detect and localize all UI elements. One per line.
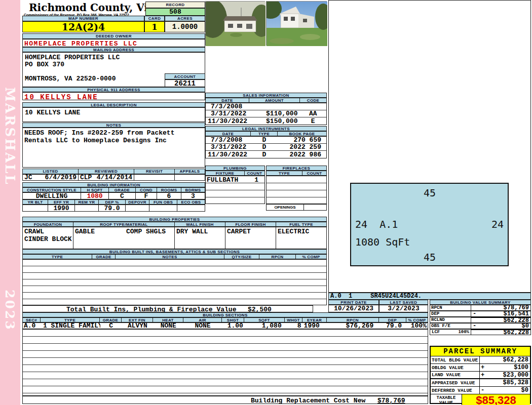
li-type-label: TYPE — [251, 131, 278, 136]
ps-value: $62,228 — [488, 356, 530, 363]
vendor-label: MARSHALL — [3, 87, 18, 186]
listed-cell: JC 6/4/2019 — [22, 174, 79, 181]
bs-grade-label: GRADE — [100, 317, 122, 322]
dep-pct-label: DEP % — [99, 199, 126, 205]
ps-label: OBLDG VALUE — [431, 364, 480, 371]
bvs-row-rpcn: RPCN $78,769 — [430, 305, 531, 311]
li-bookpage: 2022 259 — [278, 143, 326, 151]
openings-row: OPENINGS — [266, 204, 327, 211]
ps-value: $100 — [488, 364, 530, 371]
card-label: CARD — [144, 16, 165, 21]
legal-instrument-row: 3/31/2022 D 2022 259 — [206, 144, 326, 151]
bvs-value: $0 — [522, 323, 529, 329]
building-info-values2: 1990 79.0 — [22, 205, 205, 212]
legal-instruments-headers: DATE TYPE BOOK PAGE — [205, 131, 327, 136]
acres-value: 1.0000 — [165, 21, 205, 32]
bvs-value-cell: - $0 — [471, 323, 531, 329]
roof-value: GABLE COMP SHGLS — [73, 227, 175, 249]
deeded-owner-value: HOMEPLACE PROPERTIES LLC — [24, 40, 137, 48]
sketch-section-id: A.1 — [379, 218, 398, 230]
building-properties-title: BUILDING PROPERTIES — [22, 217, 327, 222]
bvs-value-cell: $62,228 — [471, 329, 531, 335]
foundation-value: CRAWL CINDER BLOCK — [22, 227, 73, 249]
legal-instruments-title: LEGAL INSTRUMENTS — [205, 126, 327, 131]
fireplace-count-label: COUNT — [302, 171, 327, 176]
bs-dep-value: 79.0 — [378, 323, 406, 329]
built-ins-qty-label: QTY/SIZE — [224, 254, 259, 259]
ps-value: $0 — [488, 387, 530, 394]
sales-amount-label: AMOUNT — [249, 98, 300, 103]
plumbing-count-value: 1 — [254, 176, 258, 184]
legal-description-box: 10 KELLYS LANE — [22, 107, 205, 122]
bvs-value: $62,228 — [504, 317, 529, 323]
bvs-row-lcf: LCF 100% $62,228 — [430, 329, 531, 335]
built-ins-rpcn-label: RPCN — [259, 254, 296, 259]
account-label: ACCOUNT — [165, 73, 205, 79]
reviewed-by: CLP — [80, 174, 92, 181]
last-saved-value: 3/2/2023 — [388, 305, 419, 312]
mailing-street: PO BOX 370 — [25, 61, 64, 68]
building-properties-values: CRAWL CINDER BLOCK GABLE COMP SHGLS DRY … — [22, 227, 327, 249]
li-bookpage-label: BOOK PAGE — [278, 131, 327, 136]
record-label: RECORD — [145, 2, 205, 8]
bs-shgt-value: 1.00 — [222, 323, 244, 329]
cond-label: COND — [136, 187, 157, 192]
bs-air-value: NONE — [183, 323, 222, 329]
record-number: 508 — [145, 8, 205, 16]
last-saved-box: 3/2/2023 — [379, 305, 428, 312]
eff-yr-value: 1990 — [48, 205, 75, 212]
appeals-label: APPEALS — [175, 169, 205, 174]
ps-row-appraised: APPRAISED VALUE $85,328 — [431, 379, 530, 387]
print-date-value: 10/26/2023 — [334, 305, 373, 312]
rooms-label: ROOMS — [157, 187, 181, 192]
sale-code: E — [299, 117, 326, 125]
ps-row-taxable: TAXABLE VALUE $85,328 — [431, 394, 530, 405]
plumbing-title: PLUMBING — [205, 166, 265, 171]
ps-label: TOTAL BLDG VALUE — [431, 356, 480, 363]
legal-description-value: 10 KELLYS LANE — [25, 109, 80, 116]
ps-label: DEFERRED VALUE — [431, 387, 480, 394]
grade-label: GRADE — [109, 187, 136, 192]
bvs-value-cell: $78,769 — [471, 305, 531, 311]
mailing-name: HOMEPLACE PROPERTIES LLC — [25, 54, 120, 61]
depovr-value — [126, 205, 149, 212]
sketch-building-outline: 45 24 A.1 24 1080 SqFt 45 — [350, 183, 509, 266]
sales-row: 7/3/2008 — [206, 103, 326, 110]
sales-row: 3/31/2022 $110,000 AA — [206, 110, 326, 117]
ps-row-obldg: OBLDG VALUE + $100 — [431, 364, 530, 372]
account-number: 26211 — [174, 79, 196, 88]
tax-year-label: 2023 — [3, 290, 17, 331]
sketch-left-group: 24 A.1 — [355, 218, 398, 230]
bs-extfin-value: ALVYN — [122, 323, 154, 329]
plumbing-count-label: COUNT — [245, 171, 265, 176]
notes-box: NEEDS ROOF; Ins #2022-259 from Packett R… — [22, 128, 205, 168]
built-ins-notes-label: NOTES — [116, 254, 224, 259]
bs-type-value: 1 SINGLE FAMILY — [41, 323, 100, 329]
openings-value — [304, 204, 327, 211]
bs-dep-label: DEP — [379, 317, 406, 322]
taxable-label-line1: TAXABLE — [437, 395, 456, 400]
fireplaces-title: FIREPLACES — [266, 166, 327, 171]
depovr-label: DEPOVR — [126, 199, 149, 205]
built-ins-headers: TYPE GRADE NOTES QTY/SIZE RPCN % COMP — [22, 254, 327, 259]
sidebar-strip: MARSHALL 2023 — [0, 0, 20, 405]
fuel-type-label: FUEL TYPE — [276, 222, 327, 227]
building-sections-title: BUILDING SECTIONS — [22, 312, 428, 317]
deeded-owner-box: HOMEPLACE PROPERTIES LLC — [22, 39, 205, 47]
bs-whgt-label: WHGT — [285, 317, 302, 322]
sketch-dim-top: 45 — [424, 187, 436, 199]
dep-pct-value: 79.0 — [99, 205, 126, 212]
plumbing-fixture-value: FULLBATH — [207, 176, 238, 184]
built-ins-total-row: Total Built Ins, Plumbing & Fireplace Va… — [22, 305, 313, 312]
eco-obs-label: ECO OBS — [177, 199, 205, 205]
sale-amount: $150,000 — [249, 117, 299, 125]
building-properties-headers: FOUNDATION ROOF TYPE/MATERIAL WALL FINIS… — [22, 222, 327, 227]
ps-op — [480, 379, 488, 386]
cond-value: F — [136, 192, 157, 199]
listed-date: 6/4/2019 — [45, 174, 77, 181]
eff-yr-label: EFF YR — [48, 199, 75, 205]
legal-description-label: LEGAL DESCRIPTION — [22, 102, 205, 107]
bs-comp-label: % COMP — [406, 317, 428, 322]
bvs-row-obs: OBS F/E - $0 — [430, 323, 531, 329]
built-ins-grade-label: GRADE — [92, 254, 116, 259]
